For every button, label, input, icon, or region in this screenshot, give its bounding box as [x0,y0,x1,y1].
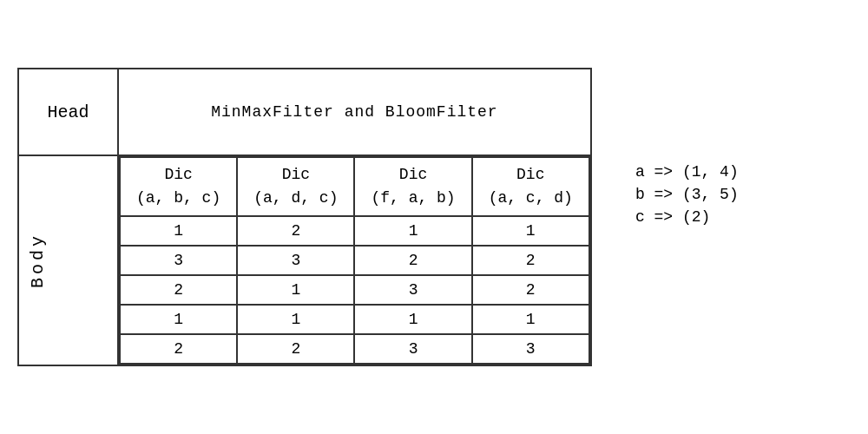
cell-2-0: 2 [120,275,237,305]
cell-0-3: 1 [472,216,589,246]
cell-4-0: 2 [120,334,237,364]
head-label: Head [47,102,89,122]
inner-table: Dic(a, b, c)Dic(a, d, c)Dic(f, a, b)Dic(… [119,156,590,365]
value-row-1: 3322 [120,246,589,275]
legend-item-0: a => (1, 4) [635,163,739,181]
value-row-4: 2233 [120,334,589,364]
dic-header-3: Dic(a, c, d) [472,157,589,216]
cell-2-3: 2 [472,275,589,305]
cell-3-3: 1 [472,305,589,334]
cell-2-1: 1 [237,275,354,305]
head-cell: Head [18,69,118,155]
body-row: Body Dic(a, b, c)Dic(a, d, c)Dic(f, a, b… [18,155,591,365]
cell-1-2: 2 [354,246,471,275]
cell-3-2: 1 [354,305,471,334]
body-cell: Body [18,155,118,365]
legend-item-1: b => (3, 5) [635,186,739,203]
page-wrapper: Head MinMaxFilter and BloomFilter Body D… [17,68,739,366]
cell-4-3: 3 [472,334,589,364]
legend-section: a => (1, 4)b => (3, 5)c => (2) [635,163,739,226]
cell-0-2: 1 [354,216,471,246]
inner-table-cell: Dic(a, b, c)Dic(a, d, c)Dic(f, a, b)Dic(… [118,155,591,365]
cell-1-0: 3 [120,246,237,275]
cell-2-2: 3 [354,275,471,305]
cell-3-0: 1 [120,305,237,334]
cell-1-3: 2 [472,246,589,275]
dic-header-2: Dic(f, a, b) [354,157,471,216]
minmax-cell: MinMaxFilter and BloomFilter [118,69,591,155]
dic-header-0: Dic(a, b, c) [120,157,237,216]
cell-3-1: 1 [237,305,354,334]
cell-1-1: 3 [237,246,354,275]
value-row-3: 1111 [120,305,589,334]
minmax-label: MinMaxFilter and BloomFilter [211,103,497,121]
header-row: Head MinMaxFilter and BloomFilter [18,69,591,155]
dic-header-row: Dic(a, b, c)Dic(a, d, c)Dic(f, a, b)Dic(… [120,157,589,216]
cell-0-0: 1 [120,216,237,246]
body-label: Body [28,233,48,288]
cell-0-1: 2 [237,216,354,246]
dic-header-1: Dic(a, d, c) [237,157,354,216]
value-row-0: 1211 [120,216,589,246]
main-table: Head MinMaxFilter and BloomFilter Body D… [17,68,592,366]
cell-4-2: 3 [354,334,471,364]
legend-item-2: c => (2) [635,208,739,226]
value-row-2: 2132 [120,275,589,305]
cell-4-1: 2 [237,334,354,364]
